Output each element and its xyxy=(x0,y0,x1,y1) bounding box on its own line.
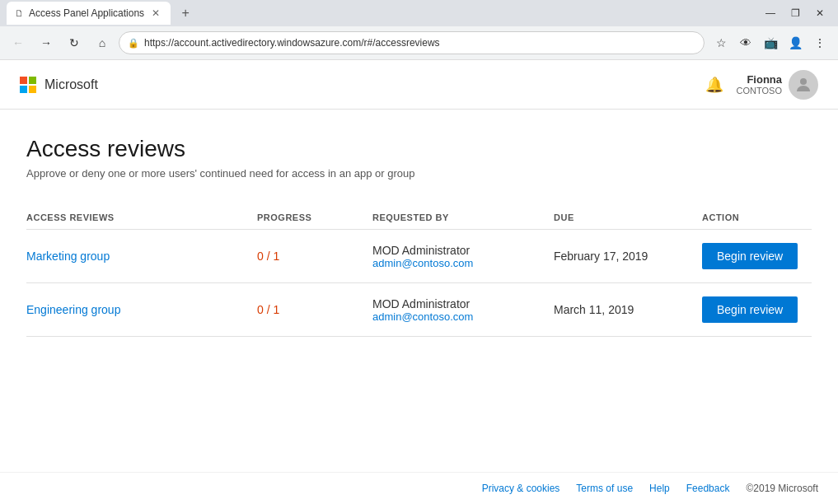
window-controls: — ❐ ✕ xyxy=(759,2,831,25)
requester-cell-0: MOD Administrator admin@contoso.com xyxy=(372,244,554,269)
help-link[interactable]: Help xyxy=(649,483,670,494)
header-right: 🔔 Fionna CONTOSO xyxy=(705,70,818,100)
due-cell-0: February 17, 2019 xyxy=(554,250,702,263)
svg-point-0 xyxy=(800,78,807,85)
bookmark-button[interactable]: ☆ xyxy=(709,31,733,54)
logo-red xyxy=(20,77,27,84)
due-cell-1: March 11, 2019 xyxy=(554,303,702,316)
col-header-progress: PROGRESS xyxy=(257,212,372,222)
profile-button[interactable]: 👤 xyxy=(784,31,807,54)
feedback-link[interactable]: Feedback xyxy=(686,483,730,494)
address-bar[interactable]: 🔒 https://account.activedirectory.window… xyxy=(119,31,705,54)
minimize-button[interactable]: — xyxy=(759,2,782,25)
active-tab[interactable]: 🗋 Access Panel Applications ✕ xyxy=(7,2,171,25)
user-info: Fionna CONTOSO xyxy=(737,70,818,100)
privacy-cookies-link[interactable]: Privacy & cookies xyxy=(482,483,560,494)
logo-blue xyxy=(20,86,27,93)
begin-review-button-1[interactable]: Begin review xyxy=(702,296,798,323)
close-button[interactable]: ✕ xyxy=(808,2,831,25)
col-header-reviews: ACCESS REVIEWS xyxy=(26,212,257,222)
page-subtitle: Approve or deny one or more users' conti… xyxy=(26,167,812,180)
refresh-button[interactable]: ↻ xyxy=(63,31,86,54)
action-cell-1: Begin review xyxy=(702,296,812,323)
requester-email-0[interactable]: admin@contoso.com xyxy=(372,257,554,269)
home-button[interactable]: ⌂ xyxy=(91,31,114,54)
requester-name-0: MOD Administrator xyxy=(372,244,470,257)
table-row: Engineering group 0 / 1 MOD Administrato… xyxy=(26,283,812,337)
title-bar: 🗋 Access Panel Applications ✕ + — ❐ ✕ xyxy=(0,0,838,26)
progress-cell-1: 0 / 1 xyxy=(257,303,372,316)
col-header-due: DUE xyxy=(554,212,702,222)
cast-button[interactable]: 📺 xyxy=(759,31,782,54)
progress-cell-0: 0 / 1 xyxy=(257,250,372,263)
page-title: Access reviews xyxy=(26,136,812,162)
table-row: Marketing group 0 / 1 MOD Administrator … xyxy=(26,230,812,283)
action-cell-0: Begin review xyxy=(702,243,812,269)
app-header: Microsoft 🔔 Fionna CONTOSO xyxy=(0,60,838,110)
terms-of-use-link[interactable]: Terms of use xyxy=(576,483,633,494)
back-button[interactable]: ← xyxy=(7,31,30,54)
user-avatar[interactable] xyxy=(789,70,818,100)
navigation-bar: ← → ↻ ⌂ 🔒 https://account.activedirector… xyxy=(0,26,838,59)
table-header: ACCESS REVIEWS PROGRESS REQUESTED BY DUE… xyxy=(26,206,812,230)
main-content: Access reviews Approve or deny one or mo… xyxy=(0,110,838,472)
microsoft-text: Microsoft xyxy=(44,77,98,92)
browser-chrome: 🗋 Access Panel Applications ✕ + — ❐ ✕ ← … xyxy=(0,0,838,60)
col-header-requested-by: REQUESTED BY xyxy=(372,212,554,222)
requester-cell-1: MOD Administrator admin@contoso.com xyxy=(372,297,554,323)
user-organization: CONTOSO xyxy=(737,86,782,96)
restore-button[interactable]: ❐ xyxy=(784,2,807,25)
logo-area: Microsoft xyxy=(20,77,98,93)
user-name-block: Fionna CONTOSO xyxy=(737,73,782,96)
reader-mode-button[interactable]: 👁 xyxy=(734,31,757,54)
footer: Privacy & cookies Terms of use Help Feed… xyxy=(0,472,838,504)
forward-button[interactable]: → xyxy=(35,31,58,54)
microsoft-logo xyxy=(20,77,36,93)
copyright-text: ©2019 Microsoft xyxy=(746,483,818,494)
review-link-engineering[interactable]: Engineering group xyxy=(26,303,257,316)
browser-action-buttons: ☆ 👁 📺 👤 ⋮ xyxy=(709,31,831,54)
requester-email-1[interactable]: admin@contoso.com xyxy=(372,310,554,323)
lock-icon: 🔒 xyxy=(128,38,139,49)
menu-button[interactable]: ⋮ xyxy=(808,31,831,54)
tab-title: Access Panel Applications xyxy=(29,7,144,19)
begin-review-button-0[interactable]: Begin review xyxy=(702,243,798,269)
requester-name-1: MOD Administrator xyxy=(372,297,470,310)
tab-bar: 🗋 Access Panel Applications ✕ + xyxy=(7,2,197,25)
url-text: https://account.activedirectory.windowsa… xyxy=(144,37,695,49)
review-link-marketing[interactable]: Marketing group xyxy=(26,250,257,263)
avatar-icon xyxy=(794,75,813,95)
logo-green xyxy=(29,77,36,84)
user-display-name: Fionna xyxy=(737,73,782,86)
tab-page-icon: 🗋 xyxy=(15,8,24,18)
notifications-icon[interactable]: 🔔 xyxy=(705,76,723,94)
new-tab-button[interactable]: + xyxy=(174,2,197,25)
logo-yellow xyxy=(29,86,36,93)
tab-close-button[interactable]: ✕ xyxy=(149,7,162,20)
col-header-action: ACTION xyxy=(702,212,812,222)
